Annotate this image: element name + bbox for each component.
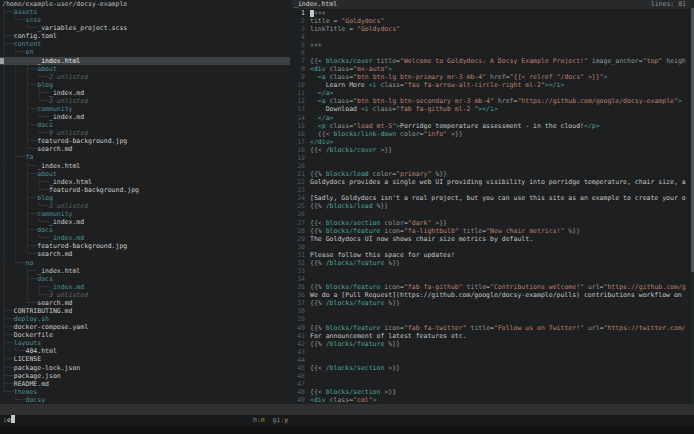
tree-entry-name: _index.md bbox=[49, 234, 84, 242]
line-number: 11 bbox=[292, 89, 305, 97]
code-line: 9 <a class="btn btn-lg btn-primary mr-3 … bbox=[292, 73, 694, 81]
text-segment: blocks/lead bbox=[330, 202, 373, 210]
tree-row[interactable]: ├──package-lock.json bbox=[0, 364, 290, 372]
code-line: 48{{< blocks/section >}} bbox=[292, 388, 694, 396]
text-segment: The Goldydocs UI now shows chair size me… bbox=[310, 235, 533, 243]
tree-row[interactable]: │ └──no bbox=[0, 259, 290, 267]
tree-row[interactable]: │ │ │ └──2 unlisted bbox=[0, 73, 290, 81]
tree-entry-name: featured-background.jpg bbox=[49, 186, 139, 194]
tree-row[interactable]: │ ├──_index.html bbox=[0, 267, 290, 275]
code-line: 3linkTitle = "Goldydocs" bbox=[292, 25, 694, 33]
tree-row[interactable]: ├──config.toml bbox=[0, 32, 290, 40]
tree-row[interactable]: ├──README.md bbox=[0, 380, 290, 388]
text-segment: "{{< relref "/docs" >}}" bbox=[510, 73, 604, 81]
tree-row[interactable]: │ │ │ └──featured-background.jpg bbox=[0, 186, 290, 194]
tree-entry-name: content bbox=[14, 40, 41, 48]
tree-entry-name: docsy bbox=[25, 396, 45, 404]
tree-row[interactable]: │ │ │ └──9 unlisted bbox=[0, 129, 290, 137]
tree-row[interactable]: │ │ ├──blog bbox=[0, 81, 290, 89]
tree-branch: │ │ ├── bbox=[2, 65, 37, 73]
tree-row[interactable]: │ │ ├──about bbox=[0, 170, 290, 178]
tree-row[interactable]: │ └──_variables_project.scss bbox=[0, 24, 290, 32]
tree-row[interactable]: │ │ ├──docs bbox=[0, 121, 290, 129]
tree-row[interactable]: ├──LICENSE bbox=[0, 355, 290, 363]
command-input[interactable]: :e bbox=[3, 416, 11, 424]
tree-row[interactable]: │ │ ├──_index.md bbox=[0, 283, 290, 291]
text-segment: class= bbox=[326, 65, 353, 73]
tree-entry-name: docs bbox=[37, 275, 53, 283]
tree-row[interactable]: │ │ ├──docs bbox=[0, 226, 290, 234]
tree-entry-name: _index.md bbox=[49, 113, 84, 121]
tree-row[interactable]: │ └──404.html bbox=[0, 347, 290, 355]
tree-row[interactable]: │ │ ├──_index.html bbox=[0, 57, 290, 65]
line-number: 46 bbox=[292, 372, 305, 380]
line-number: 35 bbox=[292, 283, 305, 291]
code-line: 47 bbox=[292, 380, 694, 388]
line-number: 12 bbox=[292, 97, 305, 105]
tree-row[interactable]: │ │ ├──featured-background.jpg bbox=[0, 137, 290, 145]
tree-row[interactable]: │ │ ├──blog bbox=[0, 194, 290, 202]
tree-row[interactable]: │ │ └──search.md bbox=[0, 250, 290, 258]
tree-row[interactable]: │ │ │ ├──_index.md bbox=[0, 89, 290, 97]
tree-row[interactable]: │ └──search.md bbox=[0, 299, 290, 307]
text-segment: "fab fa-github ml-2 " bbox=[396, 105, 478, 113]
line-number: 17 bbox=[292, 138, 305, 146]
file-tree: /home/example-user/docsy-example├──asset… bbox=[0, 0, 290, 404]
text-segment: > bbox=[678, 97, 682, 105]
tree-row[interactable]: │ │ ├──community bbox=[0, 210, 290, 218]
tree-root-path[interactable]: /home/example-user/docsy-example bbox=[0, 0, 290, 8]
tree-row[interactable]: ├──assets bbox=[0, 8, 290, 16]
text-segment: "https://github.com/g bbox=[604, 283, 686, 291]
tree-row[interactable]: │ │ │ ├──_index.html bbox=[0, 178, 290, 186]
code-line: 45{{< /blocks/section >}} bbox=[292, 364, 694, 372]
tree-row[interactable]: │ │ │ └──_index.md bbox=[0, 113, 290, 121]
tree-row[interactable]: ├──package.json bbox=[0, 372, 290, 380]
text-segment: color= bbox=[380, 219, 407, 227]
code-line: 12 <a class="btn btn-lg btn-secondary mr… bbox=[292, 97, 694, 105]
tree-branch: │ └── bbox=[2, 259, 25, 267]
tree-row[interactable]: └──docsy bbox=[0, 396, 290, 404]
tree-row[interactable]: │ │ │ └──_index.md bbox=[0, 234, 290, 242]
tree-entry-name: docker-compose.yaml bbox=[14, 323, 88, 331]
tree-row[interactable]: │ │ └──3 unlisted bbox=[0, 291, 290, 299]
tree-row[interactable]: ├──content bbox=[0, 40, 290, 48]
tree-row[interactable]: ├──CONTRIBUTING.md bbox=[0, 307, 290, 315]
text-segment: blocks/section bbox=[330, 364, 385, 372]
tree-entry-name: _variables_project.scss bbox=[37, 24, 127, 32]
code-line: 11 </a> bbox=[292, 89, 694, 97]
tree-row[interactable]: │ │ │ └──3 unlisted bbox=[0, 202, 290, 210]
tree-row[interactable]: │ │ │ └──2 unlisted bbox=[0, 97, 290, 105]
tree-entry-name: package.json bbox=[14, 372, 61, 380]
flag-label: gi: bbox=[265, 416, 285, 424]
text-segment: blocks/feature bbox=[326, 227, 381, 235]
code-line: 20 bbox=[292, 162, 694, 170]
text-segment: class= bbox=[326, 97, 353, 105]
tree-row[interactable]: │ ├──fa bbox=[0, 153, 290, 161]
tree-row[interactable]: │ │ └──search.md bbox=[0, 145, 290, 153]
tree-row[interactable]: ├──deploy.sh bbox=[0, 315, 290, 323]
bottom-margin bbox=[0, 426, 694, 434]
tree-row[interactable]: │ │ ├──_index.html bbox=[0, 162, 290, 170]
tree-row[interactable]: ├──layouts bbox=[0, 339, 290, 347]
tree-row[interactable]: ├──Dockerfile bbox=[0, 331, 290, 339]
tree-row[interactable]: │ ├──docs bbox=[0, 275, 290, 283]
code-line: 6 bbox=[292, 49, 694, 57]
tree-row[interactable]: │ ├──en bbox=[0, 48, 290, 56]
line-number: 19 bbox=[292, 154, 305, 162]
line-number: 29 bbox=[292, 235, 305, 243]
tree-row[interactable]: │ │ ├──featured-background.jpg bbox=[0, 242, 290, 250]
line-number: 10 bbox=[292, 81, 305, 89]
tree-row[interactable]: │ │ │ └──_index.md bbox=[0, 218, 290, 226]
input-bar[interactable]: :e h:n gi:y bbox=[0, 415, 694, 426]
tree-row[interactable]: ├──docker-compose.yaml bbox=[0, 323, 290, 331]
tree-row[interactable]: │ │ ├──about bbox=[0, 65, 290, 73]
tree-row[interactable]: └──themes bbox=[0, 388, 290, 396]
tree-row[interactable]: │ │ ├──community bbox=[0, 105, 290, 113]
tree-row[interactable]: │ └──scss bbox=[0, 16, 290, 24]
text-segment: href= bbox=[494, 97, 517, 105]
tree-entry-name: deploy.sh bbox=[14, 315, 49, 323]
tree-branch: │ │ ├── bbox=[2, 137, 37, 145]
code-line: 7{{< blocks/cover title="Welcome to Gold… bbox=[292, 57, 694, 65]
tree-entry-name: scss bbox=[25, 16, 41, 24]
preview-panel[interactable]: _index.html lines: 81 1 +++2title = "Gol… bbox=[292, 0, 694, 404]
